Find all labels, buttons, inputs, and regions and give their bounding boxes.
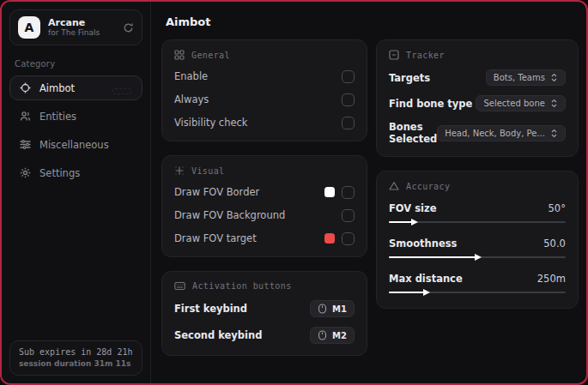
setting-label: First keybind (174, 303, 247, 315)
plus-box-icon (174, 165, 185, 176)
mouse-icon (318, 304, 327, 314)
setting-label: Second keybind (174, 329, 262, 341)
subscription-info: Sub expires in 28d 21h session duration … (9, 340, 142, 376)
max-distance-slider[interactable] (389, 288, 566, 297)
brand-text: Arcane for The Finals (48, 18, 115, 38)
slider-thumb[interactable] (423, 289, 430, 296)
sidebar-item-label: Settings (39, 167, 80, 179)
accuracy-card-header: Accuracy (389, 181, 566, 191)
card-title: Tracker (406, 51, 445, 60)
fov-border-color-swatch[interactable] (324, 187, 335, 197)
slider-label: Max distance (389, 273, 463, 285)
always-checkbox[interactable] (342, 93, 355, 106)
tracker-card-header: Tracker (389, 50, 566, 60)
keyboard-icon (174, 281, 185, 291)
visual-card-header: Visual (174, 165, 355, 176)
second-keybind-button[interactable]: M2 (310, 327, 355, 344)
tracker-card: Tracker Targets Bots, Teams Find bone ty… (376, 39, 579, 157)
triangle-icon (389, 181, 399, 191)
dropdown-value: Selected bone (483, 99, 544, 108)
draw-fov-border-checkbox[interactable] (342, 186, 355, 199)
draw-fov-target-checkbox[interactable] (342, 232, 355, 245)
fov-size-slider[interactable] (389, 218, 566, 226)
slider-label: FOV size (389, 202, 437, 214)
app-window: A Arcane for The Finals Category (0, 0, 588, 385)
general-card: General Enable Always Visibility check (161, 39, 367, 141)
left-column: General Enable Always Visibility check (161, 39, 367, 356)
bones-selected-dropdown[interactable]: Head, Neck, Body, Pe... (437, 125, 566, 141)
gear-icon (20, 167, 31, 178)
visual-card: Visual Draw FOV Border Draw FOV Backgrou… (161, 155, 367, 257)
setting-label: Find bone type (389, 98, 472, 110)
setting-label: Targets (389, 72, 430, 84)
setting-row: Visibility check (174, 116, 355, 129)
row-controls (324, 232, 355, 245)
crosshair-icon (20, 82, 31, 93)
grid-icon (174, 50, 185, 60)
slider-head: FOV size 50° (389, 202, 566, 214)
activation-card-header: Activation buttons (174, 281, 355, 291)
entities-icon (20, 111, 31, 122)
setting-label: Bones Selected (389, 121, 437, 145)
visibility-check-checkbox[interactable] (342, 117, 355, 129)
slider-value: 50.0 (543, 238, 566, 250)
sidebar-spacer (9, 185, 142, 340)
row-controls (342, 209, 355, 222)
sidebar-item-label: Aimbot (39, 82, 75, 94)
sidebar-item-label: Entities (39, 111, 76, 123)
smoothness-slider[interactable] (389, 253, 566, 262)
first-keybind-button[interactable]: M1 (310, 300, 355, 317)
aimbot-hint-badge (112, 88, 131, 94)
fov-target-color-swatch[interactable] (324, 233, 335, 244)
mouse-icon (318, 330, 327, 340)
sidebar-nav: Aimbot Entities (9, 75, 142, 185)
setting-row: Second keybind M2 (174, 327, 355, 344)
keybind-value: M1 (332, 304, 347, 314)
smoothness-group: Smoothness 50.0 (389, 238, 566, 262)
refresh-icon[interactable] (123, 22, 134, 33)
find-bone-type-dropdown[interactable]: Selected bone (476, 95, 565, 111)
setting-label: Enable (174, 70, 208, 82)
page-title: Aimbot (166, 15, 573, 28)
targets-dropdown[interactable]: Bots, Teams (486, 69, 566, 86)
general-card-header: General (174, 50, 355, 60)
category-label: Category (15, 59, 137, 69)
sidebar-item-aimbot[interactable]: Aimbot (9, 75, 142, 100)
setting-label: Draw FOV target (174, 232, 257, 244)
dropdown-value: Head, Neck, Body, Pe... (445, 129, 545, 138)
sub-expiry-text: Sub expires in 28d 21h (19, 347, 133, 357)
setting-row: Always (174, 93, 355, 106)
slider-label: Smoothness (389, 238, 457, 250)
slider-thumb[interactable] (411, 219, 418, 226)
card-title: Activation buttons (192, 281, 292, 291)
slider-head: Smoothness 50.0 (389, 238, 566, 250)
setting-label: Draw FOV Border (174, 186, 259, 198)
slider-fill (389, 221, 414, 223)
sidebar: A Arcane for The Finals Category (2, 2, 151, 383)
setting-label: Always (174, 93, 209, 105)
sidebar-item-miscellaneous[interactable]: Miscellaneous (9, 132, 142, 157)
setting-row: Draw FOV target (174, 232, 355, 245)
brand-subtitle: for The Finals (48, 28, 115, 37)
brand-title: Arcane (48, 18, 115, 29)
accuracy-card: Accuracy FOV size 50° (376, 171, 579, 309)
unfold-icon (550, 73, 558, 82)
slider-fill (389, 256, 477, 258)
card-title: General (191, 51, 230, 60)
card-title: Accuracy (406, 182, 450, 191)
setting-row: Find bone type Selected bone (389, 95, 566, 111)
sidebar-item-settings[interactable]: Settings (9, 160, 142, 185)
setting-row: Bones Selected Head, Neck, Body, Pe... (389, 121, 566, 145)
setting-row: Draw FOV Background (174, 208, 355, 222)
brand-logo: A (18, 16, 40, 39)
row-controls (324, 186, 355, 199)
draw-fov-background-checkbox[interactable] (342, 209, 355, 222)
sidebar-item-entities[interactable]: Entities (9, 104, 142, 129)
enable-checkbox[interactable] (342, 70, 355, 83)
main-content: Aimbot General Enable (151, 2, 586, 383)
slider-thumb[interactable] (475, 254, 482, 261)
setting-label: Visibility check (174, 117, 248, 129)
right-column: Tracker Targets Bots, Teams Find bone ty… (376, 39, 579, 309)
slider-value: 50° (549, 202, 566, 214)
setting-row: First keybind M1 (174, 300, 355, 317)
